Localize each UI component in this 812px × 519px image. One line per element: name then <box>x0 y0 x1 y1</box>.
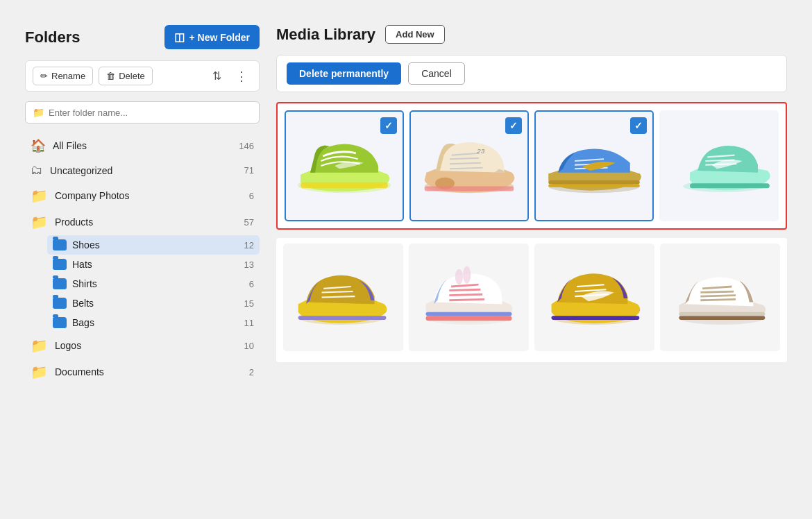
all-files-icon: 🏠 <box>31 138 46 153</box>
folder-input-icon: 📁 <box>33 107 44 118</box>
sidebar-title: Folders <box>25 28 80 46</box>
sub-folder-item-bags[interactable]: Bags 11 <box>47 313 260 332</box>
folder-item-products[interactable]: 📁 Products 57 <box>25 209 260 235</box>
sub-folder-count-hats: 13 <box>244 260 254 270</box>
selected-media-grid-container: ✓ <box>276 102 787 230</box>
uncategorized-icon: 🗂 <box>31 163 43 178</box>
svg-point-33 <box>463 266 471 283</box>
sub-folder-item-hats[interactable]: Hats 13 <box>47 255 260 274</box>
sub-folder-item-shoes[interactable]: Shoes 12 <box>47 235 260 255</box>
more-options-button[interactable]: ⋮ <box>231 67 252 85</box>
cancel-button[interactable]: Cancel <box>408 62 465 85</box>
folder-name-input-wrap[interactable]: 📁 <box>25 101 260 124</box>
sub-folder-label-hats: Hats <box>72 259 92 270</box>
svg-line-29 <box>449 289 480 290</box>
svg-line-42 <box>700 291 734 292</box>
folder-count-logos: 10 <box>244 341 254 351</box>
folder-item-documents[interactable]: 📁 Documents 2 <box>25 359 260 385</box>
new-folder-label: + New Folder <box>189 32 250 43</box>
action-bar: Delete permanently Cancel <box>276 55 787 92</box>
selected-media-grid: ✓ <box>285 110 779 221</box>
main-header: Media Library Add New <box>276 25 787 44</box>
folder-label-documents: Documents <box>55 366 104 377</box>
svg-line-24 <box>322 296 355 297</box>
sub-folder-count-shoes: 12 <box>244 240 254 250</box>
folder-label-logos: Logos <box>55 340 81 351</box>
sidebar: Folders ◫ + New Folder ✏ Rename 🗑 Delete… <box>14 14 271 396</box>
media-item-5[interactable] <box>283 244 403 351</box>
folder-name-input[interactable] <box>49 108 252 118</box>
delete-button[interactable]: 🗑 Delete <box>99 67 153 85</box>
folder-item-all-files[interactable]: 🏠 All Files 146 <box>25 133 260 158</box>
sub-folder-label-belts: Belts <box>72 298 94 309</box>
rename-label: Rename <box>51 71 85 81</box>
svg-rect-45 <box>679 316 765 320</box>
folder-item-company-photos[interactable]: 📁 Company Photos 6 <box>25 182 260 209</box>
delete-trash-icon: 🗑 <box>106 71 115 81</box>
media-item-1[interactable]: ✓ <box>285 110 404 221</box>
folder-item-logos[interactable]: 📁 Logos 10 <box>25 332 260 359</box>
media-item-6[interactable] <box>409 244 529 351</box>
sidebar-toolbar: ✏ Rename 🗑 Delete ⇅ ⋮ <box>25 60 260 92</box>
media-item-2[interactable]: ✓ <box>409 110 529 221</box>
check-badge-3: ✓ <box>630 117 647 134</box>
media-item-3[interactable]: ✓ <box>534 110 654 221</box>
folder-item-uncategorized[interactable]: 🗂 Uncategorized 71 <box>25 158 260 182</box>
check-badge-1: ✓ <box>380 117 397 134</box>
shoe-image-8 <box>661 245 779 350</box>
sub-folder-item-shirts[interactable]: Shirts 6 <box>47 274 260 293</box>
add-new-button[interactable]: Add New <box>385 25 445 44</box>
media-item-4[interactable] <box>659 110 779 221</box>
plus-icon: ◫ <box>174 31 185 44</box>
svg-rect-46 <box>679 312 765 316</box>
folder-count-uncategorized: 71 <box>244 165 254 176</box>
new-folder-button[interactable]: ◫ + New Folder <box>164 25 260 49</box>
svg-line-30 <box>449 294 482 295</box>
sort-button[interactable]: ⇅ <box>208 67 226 85</box>
svg-line-43 <box>700 296 736 296</box>
sub-folder-count-belts: 15 <box>244 298 254 309</box>
svg-point-32 <box>455 269 463 285</box>
folder-label-company-photos: Company Photos <box>55 190 129 201</box>
svg-text:23: 23 <box>476 147 484 155</box>
hats-folder-icon <box>53 259 67 270</box>
sub-folder-label-shirts: Shirts <box>72 278 97 289</box>
svg-line-5 <box>450 158 479 159</box>
shoe-image-6 <box>410 245 527 350</box>
sub-folder-list: Shoes 12 Hats 13 Shirts <box>25 235 260 332</box>
svg-line-31 <box>449 299 484 300</box>
folder-count-products: 57 <box>244 217 254 228</box>
svg-line-19 <box>705 164 736 164</box>
svg-line-18 <box>705 160 734 161</box>
second-media-row <box>276 238 787 362</box>
svg-rect-15 <box>548 185 640 187</box>
shoe-image-4 <box>661 112 777 220</box>
svg-rect-14 <box>548 180 640 185</box>
sub-folder-label-shoes: Shoes <box>72 239 100 250</box>
sort-icon: ⇅ <box>212 70 221 82</box>
sub-folder-item-belts[interactable]: Belts 15 <box>47 293 260 313</box>
shirts-folder-icon <box>53 278 67 289</box>
shoes-folder-icon <box>53 239 67 250</box>
check-badge-2: ✓ <box>505 117 522 134</box>
shoe-image-5 <box>285 245 402 350</box>
folder-count-company-photos: 6 <box>249 191 254 201</box>
folder-count-documents: 2 <box>249 367 254 377</box>
main-title: Media Library <box>276 26 375 44</box>
svg-line-6 <box>450 163 481 164</box>
folder-label-all-files: All Files <box>53 140 87 151</box>
media-item-7[interactable] <box>534 244 654 351</box>
delete-permanently-button[interactable]: Delete permanently <box>287 62 401 85</box>
media-item-8[interactable] <box>660 244 780 351</box>
second-media-grid <box>283 244 780 357</box>
company-photos-folder-icon: 📁 <box>31 187 48 204</box>
rename-button[interactable]: ✏ Rename <box>33 67 93 85</box>
folder-label-products: Products <box>55 216 93 228</box>
svg-line-23 <box>322 291 353 292</box>
svg-rect-27 <box>426 316 512 321</box>
svg-line-7 <box>450 168 483 169</box>
folder-label-uncategorized: Uncategorized <box>50 165 112 176</box>
products-folder-icon: 📁 <box>31 214 48 230</box>
documents-folder-icon: 📁 <box>31 364 48 380</box>
main-content: Media Library Add New Delete permanently… <box>271 14 798 396</box>
